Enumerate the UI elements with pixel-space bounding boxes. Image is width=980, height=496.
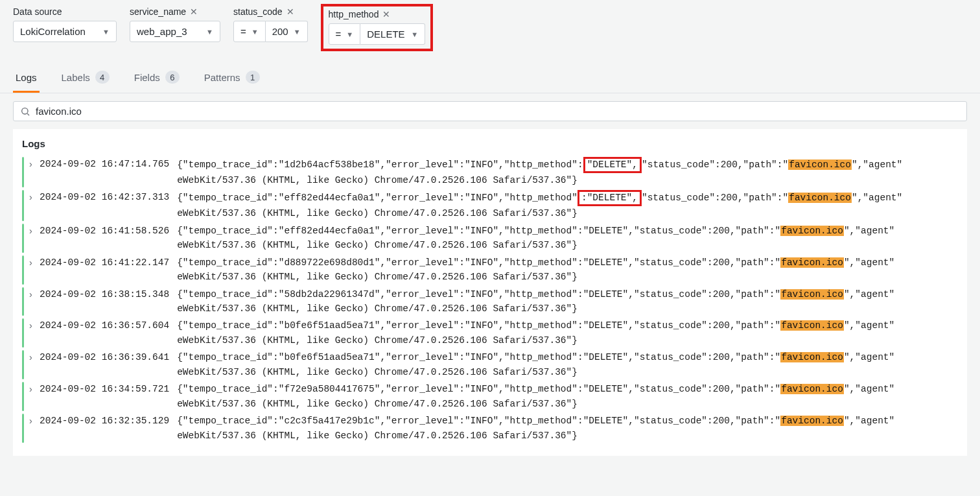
filter-service-name: service_name ✕ web_app_3 ▼ [130,6,220,42]
filter-row: Data source LokiCorrelation ▼ service_na… [13,6,967,51]
svg-point-0 [22,108,28,113]
datasource-dropdown[interactable]: LokiCorrelation ▼ [13,21,117,42]
log-level-bar [22,318,24,348]
log-level-bar [22,255,24,285]
log-level-bar [22,157,24,187]
http-method-op-dropdown[interactable]: = ▼ [329,23,361,45]
log-message: {"tempo_trace_id":"eff82ed44ecfa0a1","er… [177,190,902,220]
log-message: {"tempo_trace_id":"d889722e698d80d1","er… [177,255,894,285]
expand-toggle[interactable]: › [28,191,36,205]
logs-title: Logs [13,138,967,156]
http-method-value-dropdown[interactable]: DELETE ▼ [360,23,425,45]
log-row: ›2024-09-02 16:41:58.526{"tempo_trace_id… [13,222,967,254]
log-message: {"tempo_trace_id":"b0fe6f51aad5ea71","er… [177,350,894,379]
svg-line-1 [27,113,29,115]
log-level-bar [22,224,24,253]
expand-toggle[interactable]: › [28,319,36,333]
log-level-bar [22,382,24,411]
tab-badge: 6 [165,71,180,84]
log-timestamp: 2024-09-02 16:47:14.765 [40,157,173,171]
service-name-dropdown[interactable]: web_app_3 ▼ [130,21,220,42]
tab-logs[interactable]: Logs [13,67,40,93]
filter-status-code: status_code ✕ = ▼ 200 ▼ [233,6,308,42]
search-icon [20,106,30,117]
filter-label: service_name [130,6,186,17]
filter-datasource: Data source LokiCorrelation ▼ [13,6,117,42]
search-input-wrapper [13,101,967,121]
log-level-bar [22,350,24,379]
expand-toggle[interactable]: › [28,383,36,397]
log-row: ›2024-09-02 16:32:35.129{"tempo_trace_id… [13,412,967,444]
search-input[interactable] [36,106,960,117]
log-timestamp: 2024-09-02 16:34:59.721 [40,382,173,396]
log-message: {"tempo_trace_id":"1d2b64acf538be18","er… [177,157,902,187]
log-row: ›2024-09-02 16:36:39.641{"tempo_trace_id… [13,349,967,381]
tab-fields[interactable]: Fields 6 [132,65,182,93]
expand-toggle[interactable]: › [28,224,36,239]
expand-toggle[interactable]: › [28,256,36,270]
logs-panel: Logs ›2024-09-02 16:47:14.765{"tempo_tra… [13,129,967,456]
chevron-down-icon: ▼ [346,30,353,38]
log-row: ›2024-09-02 16:47:14.765{"tempo_trace_id… [13,156,967,189]
close-icon[interactable]: ✕ [286,6,294,17]
log-level-bar [22,414,24,443]
log-timestamp: 2024-09-02 16:42:37.313 [40,190,173,204]
status-code-value-dropdown[interactable]: 200 ▼ [266,21,308,42]
chevron-down-icon: ▼ [411,30,418,38]
expand-toggle[interactable]: › [28,158,36,172]
log-timestamp: 2024-09-02 16:41:58.526 [40,224,173,238]
expand-toggle[interactable]: › [28,414,36,429]
log-row: ›2024-09-02 16:42:37.313{"tempo_trace_id… [13,189,967,222]
expand-toggle[interactable]: › [28,351,36,365]
log-timestamp: 2024-09-02 16:32:35.129 [40,414,173,428]
log-timestamp: 2024-09-02 16:36:39.641 [40,350,173,364]
tabs: Logs Labels 4 Fields 6 Patterns 1 [0,65,980,93]
annotation-highlight-http-method: http_method ✕ = ▼ DELETE ▼ [321,4,434,51]
expand-toggle[interactable]: › [28,288,36,302]
tab-badge: 4 [95,71,110,84]
filter-http-method: http_method ✕ = ▼ DELETE ▼ [329,9,426,45]
log-row: ›2024-09-02 16:34:59.721{"tempo_trace_id… [13,381,967,412]
log-message: {"tempo_trace_id":"58db2da22961347d","er… [177,287,894,316]
log-timestamp: 2024-09-02 16:36:57.604 [40,318,173,333]
log-message: {"tempo_trace_id":"f72e9a5804417675","er… [177,382,894,411]
log-timestamp: 2024-09-02 16:38:15.348 [40,287,173,301]
log-level-bar [22,190,24,220]
log-message: {"tempo_trace_id":"eff82ed44ecfa0a1","er… [177,224,894,253]
tab-patterns[interactable]: Patterns 1 [202,65,262,93]
filter-label: http_method [329,9,379,19]
filter-label: status_code [233,6,283,17]
filter-label: Data source [13,6,62,17]
log-row: ›2024-09-02 16:41:22.147{"tempo_trace_id… [13,254,967,286]
chevron-down-icon: ▼ [251,28,259,36]
log-message: {"tempo_trace_id":"c2c3f5a417e29b1c","er… [177,414,894,443]
log-row: ›2024-09-02 16:36:57.604{"tempo_trace_id… [13,317,967,349]
log-timestamp: 2024-09-02 16:41:22.147 [40,255,173,270]
chevron-down-icon: ▼ [102,28,110,36]
log-level-bar [22,287,24,316]
log-row: ›2024-09-02 16:38:15.348{"tempo_trace_id… [13,286,967,318]
close-icon[interactable]: ✕ [190,6,198,17]
log-message: {"tempo_trace_id":"b0fe6f51aad5ea71","er… [177,318,894,348]
tab-badge: 1 [246,71,260,84]
chevron-down-icon: ▼ [206,28,213,36]
status-code-op-dropdown[interactable]: = ▼ [233,21,266,42]
tab-labels[interactable]: Labels 4 [59,65,112,93]
chevron-down-icon: ▼ [294,28,301,36]
close-icon[interactable]: ✕ [382,9,390,19]
